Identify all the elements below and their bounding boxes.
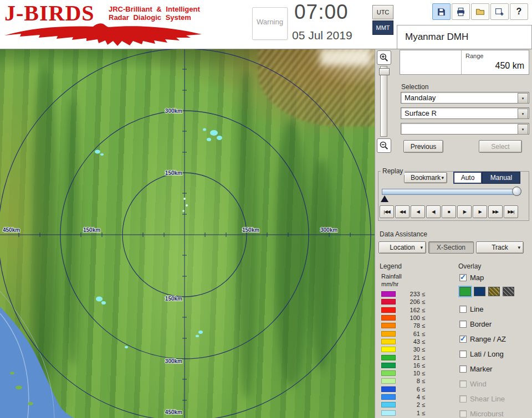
site-dropdown[interactable]: Mandalay ▾	[401, 92, 529, 104]
legend-color-swatch	[381, 410, 396, 416]
checkbox	[459, 380, 467, 388]
island	[28, 402, 33, 405]
ring-label: 300km	[165, 108, 182, 114]
playback-button[interactable]: ▶	[473, 205, 487, 218]
legend-threshold-label: 78 ≤	[398, 322, 425, 329]
chevron-down-icon[interactable]: ▾	[518, 124, 528, 135]
legend-color-swatch	[381, 315, 396, 321]
checkbox	[459, 410, 467, 417]
playback-button[interactable]: ◀	[411, 205, 425, 218]
playback-controls: |◀◀◀◀◀◀|■|▶▶▶▶▶▶|	[380, 205, 518, 218]
open-folder-button[interactable]	[471, 3, 489, 20]
replay-mode-auto[interactable]: Auto	[453, 172, 482, 184]
legend-row: 100 ≤	[381, 314, 425, 322]
rainfall-color-scale: 233 ≤206 ≤162 ≤100 ≤78 ≤61 ≤43 ≤30 ≤21 ≤…	[381, 290, 425, 417]
legend-threshold-label: 162 ≤	[398, 307, 425, 313]
legend-row: 1 ≤	[381, 409, 425, 416]
station-title-box: Myanmar DMH	[397, 25, 532, 49]
legend-row: 30 ≤	[381, 345, 425, 353]
map-color-swatch[interactable]	[503, 287, 514, 296]
overlay-item-map[interactable]: ✓ Map	[459, 273, 484, 282]
save-button[interactable]	[432, 3, 451, 20]
utc-button[interactable]: UTC	[372, 5, 393, 19]
clock-time: 07:00	[294, 1, 349, 24]
new-window-button[interactable]	[490, 3, 509, 20]
bookmark-button[interactable]: Bookmark ▾	[404, 172, 447, 183]
legend-threshold-label: 4 ≤	[398, 394, 425, 400]
checkbox-label: Shear Line	[470, 395, 505, 403]
ring-label: 150km	[242, 227, 259, 233]
select-button[interactable]: Select	[479, 140, 522, 153]
warning-indicator[interactable]: Warning	[252, 7, 288, 40]
bookmark-button-label: Bookmark	[411, 174, 441, 182]
replay-label: Replay	[381, 167, 405, 175]
legend-color-swatch	[381, 402, 396, 407]
checkbox[interactable]	[459, 350, 467, 358]
checkbox-label: Range / AZ	[470, 335, 506, 343]
replay-timeline-thumb[interactable]	[512, 187, 521, 196]
checkbox[interactable]	[459, 306, 467, 313]
ring-label: 150km	[165, 170, 182, 176]
map-color-swatch[interactable]	[488, 287, 500, 296]
replay-timeline-track[interactable]	[382, 189, 520, 195]
chevron-down-icon[interactable]: ▾	[518, 93, 528, 104]
chevron-down-icon[interactable]: ▾	[518, 109, 528, 119]
legend-row: 61 ≤	[381, 329, 425, 337]
playback-button[interactable]: ■	[442, 205, 456, 218]
header: J-BIRDS JRC-Brilliant & Intelligent Rada…	[0, 0, 532, 49]
overlay-item-marker[interactable]: Marker	[459, 365, 506, 373]
replay-mode-manual[interactable]: Manual	[482, 172, 520, 184]
zoom-in-button[interactable]	[377, 50, 391, 65]
previous-button[interactable]: Previous	[403, 140, 443, 153]
legend-row: 21 ≤	[381, 353, 425, 361]
extra-dropdown[interactable]: ▾	[401, 123, 529, 135]
help-button[interactable]: ?	[510, 3, 528, 20]
product-dropdown[interactable]: Surface R ▾	[401, 107, 529, 119]
zoom-slider-track[interactable]	[380, 66, 387, 137]
playback-button[interactable]: ▶▶	[488, 205, 503, 218]
overlay-item-border[interactable]: Border	[459, 320, 506, 328]
folder-icon	[475, 7, 485, 17]
radar-map[interactable]: 300km 150km 150km 300km 450km 450km 150k…	[0, 49, 375, 418]
checkbox-label: Lati / Long	[470, 350, 504, 358]
ring-label: 450km	[165, 409, 182, 415]
range-label: Range	[466, 53, 483, 59]
mmt-button[interactable]: MMT	[372, 20, 393, 35]
overlay-item-line[interactable]: Line	[459, 305, 506, 313]
previous-button-label: Previous	[411, 143, 437, 151]
map-checkbox[interactable]: ✓	[459, 274, 467, 281]
legend-color-swatch	[381, 323, 396, 328]
zoom-slider-thumb[interactable]	[379, 68, 390, 75]
map-color-swatch[interactable]	[474, 287, 485, 296]
playback-button[interactable]: |▶	[457, 205, 472, 218]
overlay-item-wind: Wind	[459, 380, 506, 388]
checkbox-label: Line	[470, 305, 484, 313]
playback-button[interactable]: |◀◀	[380, 205, 394, 218]
legend-unit-line1: Rainfall	[381, 273, 402, 280]
legend-color-swatch	[381, 363, 396, 368]
overlay-item-lati-long[interactable]: Lati / Long	[459, 350, 506, 358]
checkbox[interactable]: ✓	[459, 336, 467, 343]
checkbox[interactable]	[459, 365, 467, 373]
checkbox[interactable]	[459, 321, 467, 328]
track-button[interactable]: Track ▾	[476, 241, 524, 254]
legend-color-swatch	[381, 386, 396, 392]
selection-label: Selection	[401, 83, 428, 91]
legend-color-swatch	[381, 355, 396, 360]
range-display: Range 450 km	[400, 50, 529, 75]
legend-unit-line2: mm/hr	[381, 281, 398, 287]
playback-button[interactable]: ◀◀	[395, 205, 410, 218]
checkbox-label: Marker	[470, 365, 492, 373]
legend-row: 8 ≤	[381, 377, 425, 385]
legend-threshold-label: 8 ≤	[398, 378, 425, 384]
zoom-out-button[interactable]	[377, 138, 391, 153]
location-button[interactable]: Location ▾	[378, 241, 426, 254]
overlay-item-range-az[interactable]: ✓Range / AZ	[459, 335, 506, 343]
print-button[interactable]	[452, 3, 470, 20]
chevron-down-icon: ▾	[420, 245, 423, 250]
map-color-swatch[interactable]	[459, 287, 471, 296]
xsection-button[interactable]: X-Section	[428, 241, 474, 254]
playback-button[interactable]: ◀|	[426, 205, 441, 218]
legend-row: 233 ≤	[381, 290, 425, 298]
playback-button[interactable]: ▶▶|	[504, 205, 518, 218]
